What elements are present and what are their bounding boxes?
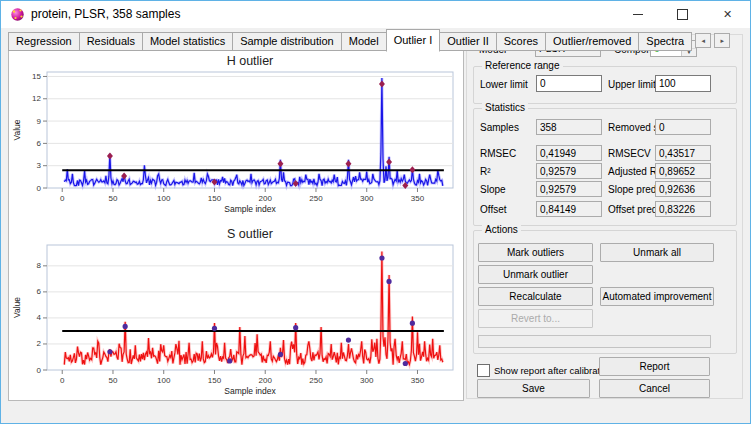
svg-text:Sample index: Sample index [224,386,276,396]
svg-text:0: 0 [60,376,65,385]
stat-label-4-1: Offset [480,204,507,215]
h-outlier-chart: H outlier 03691215050100150200250300350S… [11,54,461,219]
close-button[interactable]: ✕ [705,1,750,28]
actions-group: Actions Mark outliers Unmark all Unmark … [473,230,737,354]
report-button[interactable]: Report [599,357,710,376]
upper-limit-label: Upper limit [608,79,656,90]
svg-text:12: 12 [32,94,41,103]
stat-field-4-1[interactable]: 0,84149 [536,201,602,217]
svg-text:100: 100 [157,194,171,203]
cancel-button[interactable]: Cancel [599,379,710,398]
tab-model-statistics[interactable]: Model statistics [142,32,233,51]
s-outlier-chart-title: S outlier [11,227,461,242]
stat-field-3-1[interactable]: 0,92579 [536,181,602,197]
tab-spectra[interactable]: Spectra [638,32,692,51]
revert-to-button: Revert to... [478,309,593,328]
progress-bar [478,335,711,348]
svg-text:300: 300 [360,194,374,203]
svg-text:6: 6 [37,287,42,296]
tab-outlier-i[interactable]: Outlier I [386,29,441,52]
svg-text:8: 8 [37,261,42,270]
reference-range-title: Reference range [482,60,563,71]
save-button[interactable]: Save [477,379,590,398]
svg-text:6: 6 [37,139,42,148]
stat-field-3-2[interactable]: 0,92636 [655,181,711,197]
h-outlier-plot-area[interactable]: 03691215050100150200250300350Sample inde… [11,69,461,219]
tab-regression[interactable]: Regression [8,32,80,51]
svg-text:50: 50 [109,194,118,203]
tab-sample-distribution[interactable]: Sample distribution [232,32,342,51]
svg-text:0: 0 [37,366,42,375]
minimize-icon [633,14,643,15]
svg-text:Value: Value [12,297,22,318]
stat-label-2-1: R² [480,166,491,177]
svg-text:15: 15 [32,72,41,81]
svg-text:Value: Value [12,119,22,140]
stat-label-0-1: Samples [480,122,519,133]
stat-label-3-1: Slope [480,184,506,195]
svg-text:0: 0 [60,194,65,203]
upper-limit-field[interactable]: 100 [655,75,711,92]
app-icon [10,7,25,22]
recalculate-button[interactable]: Recalculate [478,287,593,306]
stat-field-2-1[interactable]: 0,92579 [536,163,602,179]
actions-title: Actions [482,224,521,235]
tab-scores[interactable]: Scores [496,32,546,51]
svg-text:250: 250 [309,376,323,385]
s-outlier-plot-area[interactable]: 02468050100150200250300350Sample indexVa… [11,242,461,401]
h-outlier-chart-title: H outlier [11,54,461,69]
statistics-group: Statistics Samples358Removed samples0RMS… [473,108,737,226]
minimize-button[interactable] [615,1,660,28]
svg-text:350: 350 [411,194,425,203]
statistics-title: Statistics [482,102,528,113]
side-panel: Model PLSR Component 6 ▲ ▼ Reference ran… [466,34,743,399]
stat-field-1-2[interactable]: 0,43517 [655,145,711,161]
svg-text:200: 200 [259,194,273,203]
tab-outlier-removed[interactable]: Outlier/removed [545,32,639,51]
show-report-checkbox-label: Show report after calibration [494,365,613,376]
window-title: protein, PLSR, 358 samples [31,1,180,28]
show-report-checkbox[interactable] [477,364,490,377]
maximize-button[interactable] [660,1,705,28]
stat-field-0-1[interactable]: 358 [536,119,602,135]
lower-limit-field[interactable]: 0 [536,75,602,92]
svg-text:9: 9 [37,117,42,126]
stat-field-2-2[interactable]: 0,89652 [655,163,711,179]
stat-field-4-2[interactable]: 0,83226 [655,201,711,217]
svg-text:3: 3 [37,161,42,170]
svg-text:250: 250 [309,194,323,203]
tab-bar: RegressionResidualsModel statisticsSampl… [8,28,730,51]
stat-label-1-1: RMSEC [480,148,516,159]
reference-range-group: Reference range Lower limit 0 Upper limi… [473,66,737,104]
stat-field-0-2[interactable]: 0 [655,119,711,135]
tab-residuals[interactable]: Residuals [79,32,143,51]
tab-scroll-left[interactable]: ◂ [695,33,711,48]
svg-text:300: 300 [360,376,374,385]
unmark-all-button[interactable]: Unmark all [600,243,714,262]
svg-text:100: 100 [157,376,171,385]
svg-text:200: 200 [259,376,273,385]
svg-text:150: 150 [208,376,222,385]
application-window: protein, PLSR, 358 samples ✕ RegressionR… [0,0,751,424]
automated-improvement-button[interactable]: Automated improvement [600,287,714,306]
svg-text:Sample index: Sample index [224,204,276,214]
mark-outliers-button[interactable]: Mark outliers [478,243,593,262]
svg-text:150: 150 [208,194,222,203]
tab-model[interactable]: Model [341,32,387,51]
svg-text:2: 2 [37,339,42,348]
svg-text:0: 0 [37,184,42,193]
svg-text:50: 50 [109,376,118,385]
lower-limit-label: Lower limit [480,79,528,90]
tab-scroll-right[interactable]: ▸ [714,33,730,48]
s-outlier-chart: S outlier 02468050100150200250300350Samp… [11,227,461,401]
tab-content-panel: H outlier 03691215050100150200250300350S… [8,50,464,401]
svg-text:350: 350 [411,376,425,385]
close-icon: ✕ [723,9,732,20]
title-bar: protein, PLSR, 358 samples ✕ [1,1,750,28]
maximize-icon [677,9,688,20]
tab-outlier-ii[interactable]: Outlier II [439,32,497,51]
unmark-outlier-button[interactable]: Unmark outlier [478,265,593,284]
stat-label-1-2: RMSECV [608,148,651,159]
stat-field-1-1[interactable]: 0,41949 [536,145,602,161]
stat-label-2-2: Adjusted R² [608,166,660,177]
